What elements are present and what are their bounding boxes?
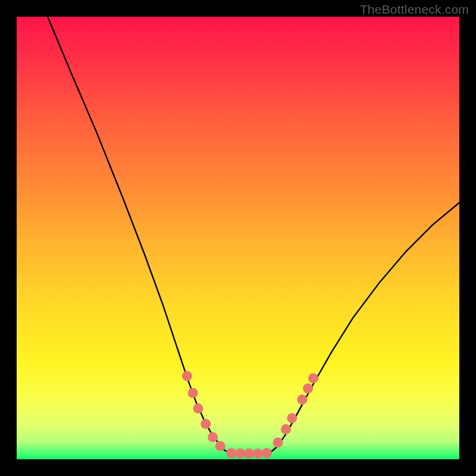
- marker-dot: [281, 424, 291, 434]
- curve-layer: [17, 17, 459, 459]
- watermark-label: TheBottleneck.com: [360, 2, 469, 17]
- marker-dot: [308, 373, 318, 383]
- marker-dot: [303, 384, 313, 394]
- chart-frame: TheBottleneck.com: [0, 0, 476, 476]
- bottleneck-curve: [48, 17, 459, 454]
- marker-dot: [226, 448, 236, 458]
- marker-dot: [193, 403, 203, 414]
- marker-dot: [188, 388, 198, 398]
- marker-dot: [287, 413, 297, 423]
- marker-dot: [235, 449, 245, 459]
- marker-dot: [215, 441, 226, 451]
- marker-dot: [244, 449, 254, 459]
- marker-dot: [262, 448, 272, 458]
- marker-dot: [253, 449, 263, 459]
- marker-dot: [208, 432, 218, 442]
- marker-dot: [297, 394, 307, 405]
- marker-dot: [201, 419, 211, 429]
- plot-area: [17, 17, 459, 459]
- marker-dot: [182, 371, 192, 381]
- marker-dot: [273, 437, 283, 447]
- curve-path: [48, 17, 459, 454]
